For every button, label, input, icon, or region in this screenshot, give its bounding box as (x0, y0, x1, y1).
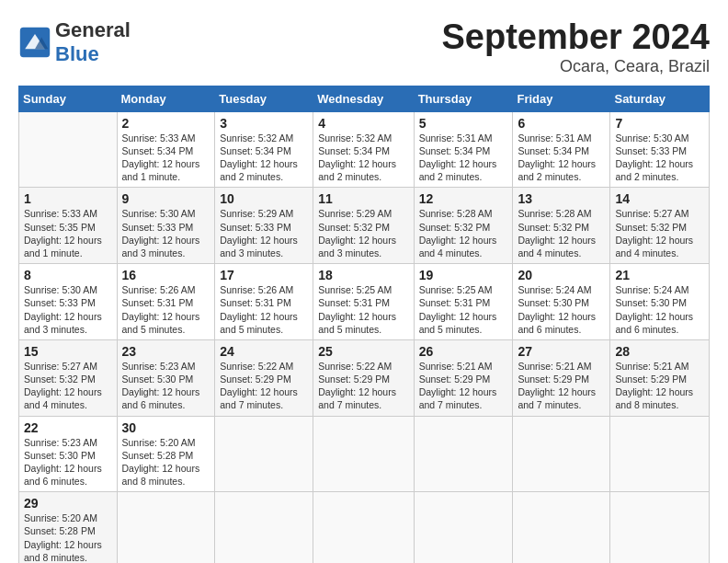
calendar-cell: 14Sunrise: 5:27 AMSunset: 5:32 PMDayligh… (610, 188, 710, 264)
day-info: Sunrise: 5:21 AMSunset: 5:29 PMDaylight:… (419, 360, 508, 412)
day-number: 25 (318, 344, 408, 359)
logo: General Blue (18, 18, 131, 66)
logo-general-text: General (55, 18, 131, 41)
calendar-table: SundayMondayTuesdayWednesdayThursdayFrid… (18, 86, 710, 563)
calendar-cell (610, 416, 710, 492)
day-number: 24 (220, 344, 308, 359)
calendar-cell (513, 416, 610, 492)
calendar-cell: 4Sunrise: 5:32 AMSunset: 5:34 PMDaylight… (313, 111, 414, 188)
day-info: Sunrise: 5:32 AMSunset: 5:34 PMDaylight:… (220, 132, 308, 184)
calendar-cell: 18Sunrise: 5:25 AMSunset: 5:31 PMDayligh… (313, 264, 414, 340)
day-info: Sunrise: 5:20 AMSunset: 5:28 PMDaylight:… (122, 436, 210, 488)
day-number: 30 (122, 420, 210, 435)
calendar-cell: 21Sunrise: 5:24 AMSunset: 5:30 PMDayligh… (610, 264, 710, 340)
calendar-cell: 11Sunrise: 5:29 AMSunset: 5:32 PMDayligh… (313, 188, 414, 264)
day-info: Sunrise: 5:33 AMSunset: 5:34 PMDaylight:… (122, 132, 210, 184)
calendar-cell: 10Sunrise: 5:29 AMSunset: 5:33 PMDayligh… (215, 188, 313, 264)
day-info: Sunrise: 5:30 AMSunset: 5:33 PMDaylight:… (122, 207, 210, 259)
day-number: 27 (518, 344, 605, 359)
calendar-cell: 6Sunrise: 5:31 AMSunset: 5:34 PMDaylight… (513, 111, 610, 188)
day-info: Sunrise: 5:31 AMSunset: 5:34 PMDaylight:… (419, 132, 508, 184)
day-number: 16 (122, 268, 210, 282)
day-info: Sunrise: 5:29 AMSunset: 5:33 PMDaylight:… (220, 207, 308, 259)
calendar-cell: 30Sunrise: 5:20 AMSunset: 5:28 PMDayligh… (117, 416, 215, 492)
day-info: Sunrise: 5:31 AMSunset: 5:34 PMDaylight:… (518, 132, 605, 184)
day-info: Sunrise: 5:32 AMSunset: 5:34 PMDaylight:… (318, 132, 408, 184)
day-info: Sunrise: 5:25 AMSunset: 5:31 PMDaylight:… (419, 283, 508, 336)
day-number: 2 (122, 116, 210, 131)
calendar-cell: 28Sunrise: 5:21 AMSunset: 5:29 PMDayligh… (610, 339, 710, 416)
day-info: Sunrise: 5:26 AMSunset: 5:31 PMDaylight:… (220, 283, 308, 336)
title-block: September 2024 Ocara, Ceara, Brazil (442, 18, 711, 76)
day-number: 15 (24, 344, 112, 359)
day-number: 4 (318, 116, 408, 131)
calendar-cell: 8Sunrise: 5:30 AMSunset: 5:33 PMDaylight… (19, 264, 118, 340)
calendar-cell: 24Sunrise: 5:22 AMSunset: 5:29 PMDayligh… (215, 339, 313, 416)
calendar-cell: 7Sunrise: 5:30 AMSunset: 5:33 PMDaylight… (610, 111, 710, 188)
calendar-cell (513, 492, 610, 563)
day-number: 14 (615, 191, 704, 206)
day-info: Sunrise: 5:20 AMSunset: 5:28 PMDaylight:… (24, 511, 112, 563)
day-info: Sunrise: 5:27 AMSunset: 5:32 PMDaylight:… (615, 207, 704, 259)
page-header: General Blue September 2024 Ocara, Ceara… (18, 18, 710, 76)
day-number: 9 (122, 191, 210, 206)
calendar-cell: 13Sunrise: 5:28 AMSunset: 5:32 PMDayligh… (513, 188, 610, 264)
calendar-header-row: SundayMondayTuesdayWednesdayThursdayFrid… (19, 86, 710, 111)
day-number: 23 (122, 344, 210, 359)
col-header-monday: Monday (117, 86, 215, 111)
day-number: 10 (220, 191, 308, 206)
logo-icon (18, 26, 51, 59)
day-number: 7 (615, 116, 704, 131)
day-info: Sunrise: 5:25 AMSunset: 5:31 PMDaylight:… (318, 283, 408, 336)
calendar-week-2: 1Sunrise: 5:33 AMSunset: 5:35 PMDaylight… (19, 188, 710, 264)
calendar-cell: 29Sunrise: 5:20 AMSunset: 5:28 PMDayligh… (19, 492, 118, 563)
calendar-cell: 1Sunrise: 5:33 AMSunset: 5:35 PMDaylight… (19, 188, 118, 264)
day-info: Sunrise: 5:22 AMSunset: 5:29 PMDaylight:… (318, 360, 408, 412)
day-number: 22 (24, 420, 112, 435)
calendar-week-5: 22Sunrise: 5:23 AMSunset: 5:30 PMDayligh… (19, 416, 710, 492)
day-number: 20 (518, 268, 605, 282)
calendar-cell: 19Sunrise: 5:25 AMSunset: 5:31 PMDayligh… (414, 264, 513, 340)
col-header-tuesday: Tuesday (215, 86, 313, 111)
col-header-thursday: Thursday (414, 86, 513, 111)
calendar-cell (610, 492, 710, 563)
calendar-cell: 9Sunrise: 5:30 AMSunset: 5:33 PMDaylight… (117, 188, 215, 264)
calendar-week-6: 29Sunrise: 5:20 AMSunset: 5:28 PMDayligh… (19, 492, 710, 563)
calendar-cell: 26Sunrise: 5:21 AMSunset: 5:29 PMDayligh… (414, 339, 513, 416)
calendar-cell: 27Sunrise: 5:21 AMSunset: 5:29 PMDayligh… (513, 339, 610, 416)
day-info: Sunrise: 5:30 AMSunset: 5:33 PMDaylight:… (615, 132, 704, 184)
day-info: Sunrise: 5:24 AMSunset: 5:30 PMDaylight:… (518, 283, 605, 336)
day-info: Sunrise: 5:30 AMSunset: 5:33 PMDaylight:… (24, 283, 112, 336)
day-info: Sunrise: 5:22 AMSunset: 5:29 PMDaylight:… (220, 360, 308, 412)
calendar-week-4: 15Sunrise: 5:27 AMSunset: 5:32 PMDayligh… (19, 339, 710, 416)
day-number: 3 (220, 116, 308, 131)
calendar-week-3: 8Sunrise: 5:30 AMSunset: 5:33 PMDaylight… (19, 264, 710, 340)
day-number: 1 (24, 191, 112, 206)
calendar-cell (19, 111, 118, 188)
col-header-sunday: Sunday (19, 86, 118, 111)
calendar-week-1: 2Sunrise: 5:33 AMSunset: 5:34 PMDaylight… (19, 111, 710, 188)
day-info: Sunrise: 5:27 AMSunset: 5:32 PMDaylight:… (24, 360, 112, 412)
day-number: 19 (419, 268, 508, 282)
calendar-cell (215, 416, 313, 492)
calendar-cell: 3Sunrise: 5:32 AMSunset: 5:34 PMDaylight… (215, 111, 313, 188)
calendar-cell: 23Sunrise: 5:23 AMSunset: 5:30 PMDayligh… (117, 339, 215, 416)
day-number: 13 (518, 191, 605, 206)
day-info: Sunrise: 5:28 AMSunset: 5:32 PMDaylight:… (518, 207, 605, 259)
location-title: Ocara, Ceara, Brazil (442, 57, 711, 76)
calendar-cell (313, 416, 414, 492)
month-title: September 2024 (442, 18, 711, 57)
calendar-cell (414, 492, 513, 563)
day-number: 29 (24, 496, 112, 511)
calendar-cell: 2Sunrise: 5:33 AMSunset: 5:34 PMDaylight… (117, 111, 215, 188)
day-number: 21 (615, 268, 704, 282)
col-header-friday: Friday (513, 86, 610, 111)
day-info: Sunrise: 5:33 AMSunset: 5:35 PMDaylight:… (24, 207, 112, 259)
col-header-saturday: Saturday (610, 86, 710, 111)
calendar-cell: 16Sunrise: 5:26 AMSunset: 5:31 PMDayligh… (117, 264, 215, 340)
day-info: Sunrise: 5:26 AMSunset: 5:31 PMDaylight:… (122, 283, 210, 336)
calendar-cell: 22Sunrise: 5:23 AMSunset: 5:30 PMDayligh… (19, 416, 118, 492)
day-info: Sunrise: 5:28 AMSunset: 5:32 PMDaylight:… (419, 207, 508, 259)
calendar-cell (313, 492, 414, 563)
calendar-cell (117, 492, 215, 563)
